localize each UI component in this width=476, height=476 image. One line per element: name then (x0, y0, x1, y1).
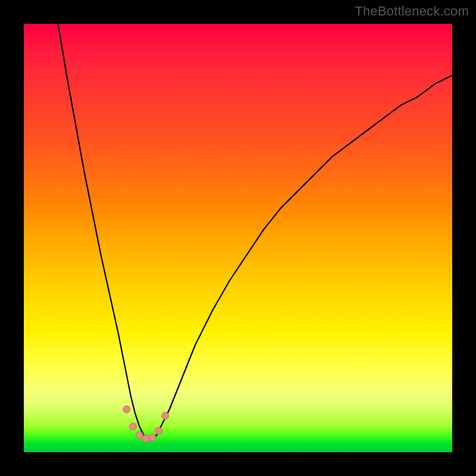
trough-marker (142, 435, 149, 442)
trough-marker (155, 427, 162, 434)
trough-marker (130, 423, 137, 430)
plot-area (24, 24, 452, 452)
trough-marker (136, 431, 143, 439)
curve-svg (24, 24, 452, 452)
chart-container: TheBottleneck.com (0, 0, 476, 476)
trough-marker (149, 434, 156, 441)
trough-marker (123, 406, 130, 413)
trough-marker (162, 412, 169, 419)
bottleneck-curve (58, 24, 452, 439)
watermark-text: TheBottleneck.com (355, 4, 469, 19)
curve-layer (24, 24, 452, 452)
